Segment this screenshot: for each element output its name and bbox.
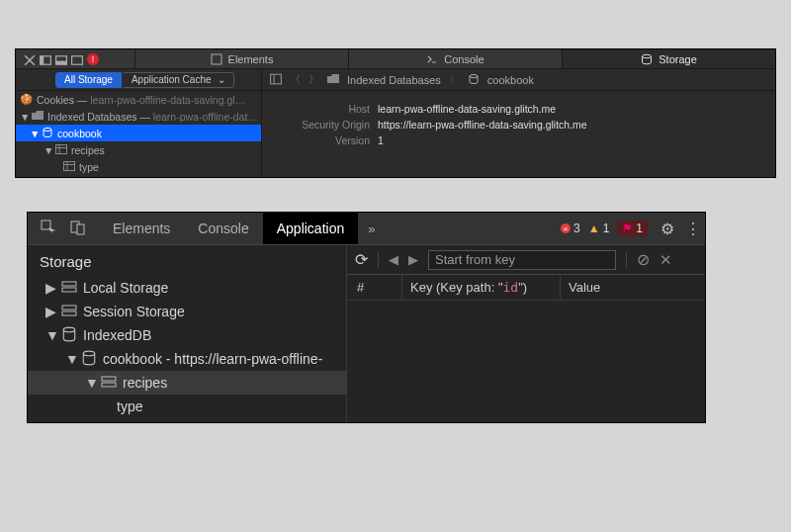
storage-toolbar: All Storage Application Cache ⌄ 〈 〉 Inde… bbox=[16, 69, 775, 91]
tree-recipes[interactable]: ▼ recipes bbox=[16, 141, 261, 158]
chevron-down-icon: ▼ bbox=[85, 375, 95, 391]
svg-point-24 bbox=[63, 327, 74, 332]
svg-rect-26 bbox=[102, 377, 116, 381]
database-icon bbox=[81, 350, 97, 369]
tree-type[interactable]: type bbox=[16, 158, 261, 175]
chrome-devtools: Elements Console Application » ×3 ▲1 ⚑1 … bbox=[27, 212, 706, 423]
svg-point-10 bbox=[44, 128, 51, 131]
tree-cookies[interactable]: 🍪 Cookies — learn-pwa-offline-data-savin… bbox=[16, 91, 261, 108]
storage-icon bbox=[61, 303, 77, 321]
sidebar-section-storage: Storage bbox=[28, 249, 346, 276]
nav-back-icon[interactable]: 〈 bbox=[290, 72, 301, 87]
dock-left-icon[interactable] bbox=[40, 54, 49, 64]
seg-app-cache[interactable]: Application Cache ⌄ bbox=[124, 72, 234, 88]
inspect-icon[interactable] bbox=[41, 220, 56, 238]
tabs-overflow-icon[interactable]: » bbox=[358, 213, 385, 244]
svg-point-9 bbox=[470, 74, 478, 77]
status-badges: ×3 ▲1 ⚑1 bbox=[561, 213, 654, 244]
start-from-key-input[interactable]: Start from key bbox=[428, 250, 616, 270]
dock-bottom-icon[interactable] bbox=[55, 54, 65, 64]
storage-tree: 🍪 Cookies — learn-pwa-offline-data-savin… bbox=[16, 91, 262, 177]
close-icon[interactable] bbox=[24, 54, 34, 64]
close-icon[interactable]: ✕ bbox=[659, 251, 672, 269]
col-value[interactable]: Value bbox=[561, 275, 705, 300]
chevron-down-icon: ▼ bbox=[44, 144, 51, 156]
svg-rect-23 bbox=[62, 311, 76, 315]
chevron-down-icon: ▼ bbox=[30, 128, 38, 139]
tree-cookbook[interactable]: ▼ cookbook bbox=[16, 125, 261, 141]
col-hash[interactable]: # bbox=[347, 275, 402, 300]
table-action-bar: ⟳ ◀ ▶ Start from key ⊘ ✕ bbox=[347, 245, 705, 275]
svg-rect-1 bbox=[41, 55, 44, 63]
table-header: # Key (Key path: "id") Value bbox=[347, 275, 705, 301]
svg-rect-21 bbox=[62, 288, 76, 292]
chevron-down-icon: ▼ bbox=[65, 351, 75, 367]
svg-rect-4 bbox=[72, 55, 83, 63]
db-details: Hostlearn-pwa-offline-data-saving.glitch… bbox=[262, 91, 775, 177]
tab-console-label: Console bbox=[444, 53, 483, 65]
nav-forward-icon[interactable]: 〉 bbox=[308, 72, 319, 87]
breadcrumb-idb[interactable]: Indexed Databases bbox=[347, 74, 441, 86]
seg-all-storage[interactable]: All Storage bbox=[55, 72, 122, 88]
tree-indexeddb[interactable]: ▼ IndexedDB bbox=[28, 323, 346, 347]
database-icon bbox=[42, 127, 53, 140]
svg-rect-14 bbox=[64, 161, 75, 170]
folder-icon bbox=[327, 73, 339, 87]
chevron-right-icon: ▶ bbox=[45, 304, 55, 319]
tree-type-index[interactable]: type bbox=[28, 395, 346, 418]
svg-rect-22 bbox=[62, 306, 76, 310]
storage-icon bbox=[101, 374, 117, 393]
detail-version-value: 1 bbox=[378, 134, 384, 146]
svg-rect-7 bbox=[271, 74, 282, 84]
chevron-down-icon: ▼ bbox=[45, 327, 55, 343]
chevron-down-icon: ▼ bbox=[20, 111, 28, 123]
svg-rect-11 bbox=[56, 144, 67, 153]
database-icon bbox=[468, 73, 480, 87]
detail-origin-key: Security Origin bbox=[276, 119, 370, 131]
dock-window-icon[interactable] bbox=[71, 54, 81, 64]
tree-recipes-store[interactable]: ▼ recipes bbox=[28, 371, 346, 395]
breadcrumb-cookbook[interactable]: cookbook bbox=[487, 74, 534, 86]
folder-icon bbox=[32, 110, 44, 124]
detail-host-value: learn-pwa-offline-data-saving.glitch.me bbox=[378, 103, 556, 115]
toggle-sidebar-icon[interactable] bbox=[270, 73, 282, 87]
tree-idb-group[interactable]: ▼ Indexed Databases — learn-pwa-offline-… bbox=[16, 108, 261, 125]
gear-icon[interactable]: ⚙ bbox=[654, 213, 681, 244]
tab-storage[interactable]: Storage bbox=[562, 49, 775, 68]
prev-page-icon[interactable]: ◀ bbox=[389, 252, 398, 267]
tab-elements[interactable]: Elements bbox=[99, 213, 184, 244]
safari-devtools: ! Elements Console Storage All Storage A… bbox=[15, 48, 776, 178]
svg-rect-20 bbox=[62, 282, 76, 286]
tab-application[interactable]: Application bbox=[263, 213, 359, 244]
cookie-icon: 🍪 bbox=[20, 93, 33, 106]
tree-session-storage[interactable]: ▶ Session Storage bbox=[28, 300, 346, 323]
data-table-panel: ⟳ ◀ ▶ Start from key ⊘ ✕ # Key (Key path… bbox=[347, 245, 705, 422]
storage-icon bbox=[61, 279, 77, 298]
svg-rect-27 bbox=[102, 383, 116, 387]
next-page-icon[interactable]: ▶ bbox=[408, 252, 418, 267]
tab-elements[interactable]: Elements bbox=[134, 49, 348, 68]
warnings-badge[interactable]: ▲1 bbox=[588, 222, 610, 235]
tab-storage-label: Storage bbox=[659, 53, 697, 65]
detail-version-key: Version bbox=[276, 134, 370, 146]
breadcrumb: 〈 〉 Indexed Databases 〉 cookbook bbox=[262, 69, 775, 90]
table-icon bbox=[63, 160, 75, 174]
issues-badge[interactable]: ⚑1 bbox=[617, 221, 648, 236]
detail-host-key: Host bbox=[276, 103, 370, 115]
refresh-icon[interactable]: ⟳ bbox=[355, 250, 368, 269]
application-sidebar: Storage ▶ Local Storage ▶ Session Storag… bbox=[28, 245, 347, 422]
svg-rect-5 bbox=[212, 54, 221, 64]
tree-local-storage[interactable]: ▶ Local Storage bbox=[28, 276, 346, 300]
clear-icon[interactable]: ⊘ bbox=[637, 250, 650, 269]
col-key[interactable]: Key (Key path: "id") bbox=[402, 275, 561, 300]
tree-cookbook-db[interactable]: ▼ cookbook - https://learn-pwa-offline- bbox=[28, 347, 346, 371]
errors-badge[interactable]: ×3 bbox=[561, 222, 580, 235]
tab-console[interactable]: Console bbox=[184, 213, 262, 244]
svg-point-6 bbox=[643, 54, 652, 58]
kebab-menu-icon[interactable]: ⋮ bbox=[681, 213, 705, 244]
alert-badge[interactable]: ! bbox=[87, 53, 99, 65]
tab-console[interactable]: Console bbox=[348, 49, 562, 68]
device-toggle-icon[interactable] bbox=[70, 220, 86, 238]
svg-rect-19 bbox=[77, 224, 84, 234]
chevron-down-icon: ⌄ bbox=[218, 74, 225, 85]
